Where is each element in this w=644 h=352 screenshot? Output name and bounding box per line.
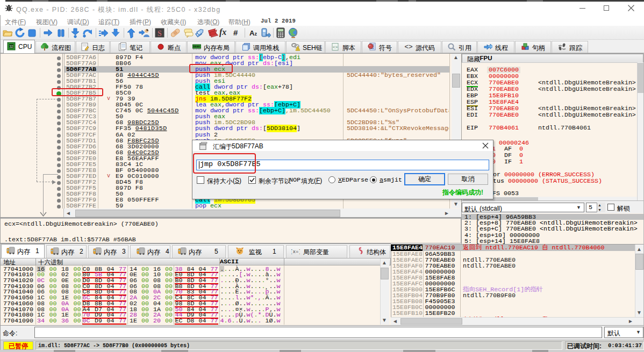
svg-text:S: S	[158, 30, 162, 38]
svg-text:[x=]: [x=]	[291, 249, 300, 255]
svg-text:<>: <>	[404, 42, 412, 51]
svg-text:<>: <>	[333, 45, 338, 49]
svg-text:32: 32	[9, 45, 13, 48]
